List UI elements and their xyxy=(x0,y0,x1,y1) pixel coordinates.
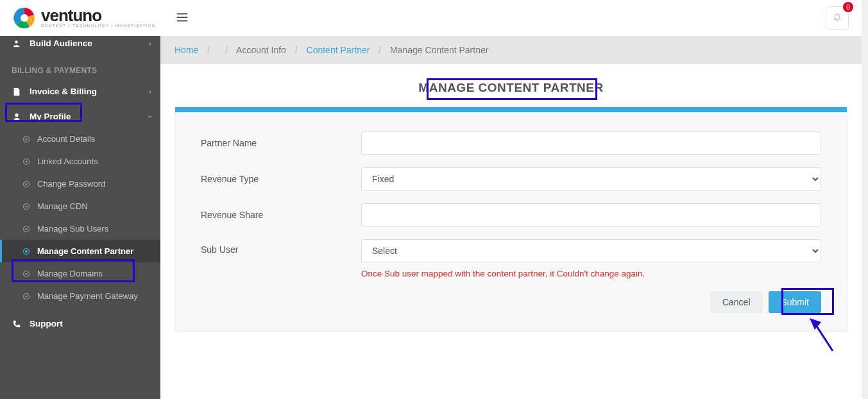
bell-icon xyxy=(832,13,842,23)
bullet-icon xyxy=(22,292,31,301)
sidebar-sub-manage-domains[interactable]: Manage Domains xyxy=(0,262,160,285)
sidebar-sub-linked-accounts[interactable]: Linked Accounts xyxy=(0,150,160,173)
sidebar-sub-change-password[interactable]: Change Password xyxy=(0,173,160,195)
sidebar-label: Invoice & Billing xyxy=(30,87,97,96)
phone-icon xyxy=(12,319,22,328)
breadcrumb-separator: / xyxy=(225,45,228,55)
sidebar-label: Account Details xyxy=(37,134,95,144)
svg-point-11 xyxy=(26,228,28,230)
sidebar-section-billing: BILLING & PAYMENTS xyxy=(0,55,160,80)
sidebar-sub-account-details[interactable]: Account Details xyxy=(0,128,160,150)
notifications-button[interactable]: 0 xyxy=(826,6,849,30)
label-partner-name: Partner Name xyxy=(201,138,361,148)
svg-point-17 xyxy=(26,295,28,297)
sidebar-label: Build Audience xyxy=(30,38,92,48)
header: ventuno CONTENT • TECHNOLOGY • MONETIZAT… xyxy=(0,0,868,36)
svg-point-13 xyxy=(26,250,28,252)
bullet-icon xyxy=(22,157,31,166)
revenue-share-input[interactable] xyxy=(361,203,821,226)
submit-button[interactable]: Submit xyxy=(769,291,821,313)
panel-accent-bar xyxy=(175,107,847,112)
label-revenue-share: Revenue Share xyxy=(201,210,361,220)
menu-toggle-button[interactable] xyxy=(175,10,189,26)
content-area: Home / / Account Info / Content Partner … xyxy=(160,36,862,399)
svg-point-7 xyxy=(26,183,28,185)
sub-user-help-text: Once Sub user mapped with the content pa… xyxy=(361,269,821,278)
sidebar-sub-manage-cdn[interactable]: Manage CDN xyxy=(0,195,160,217)
cancel-button[interactable]: Cancel xyxy=(710,291,763,313)
svg-point-15 xyxy=(26,273,28,275)
sidebar-label: Manage CDN xyxy=(37,201,88,211)
logo-text: ventuno CONTENT • TECHNOLOGY • MONETIZAT… xyxy=(41,8,156,27)
svg-point-5 xyxy=(26,160,28,162)
users-icon xyxy=(12,39,22,48)
breadcrumb-home[interactable]: Home xyxy=(174,45,198,55)
svg-point-1 xyxy=(21,14,28,22)
hamburger-icon xyxy=(175,10,189,24)
chevron-down-icon: › xyxy=(146,115,155,118)
sidebar-label: Manage Content Partner xyxy=(37,246,133,256)
partner-name-input[interactable] xyxy=(361,132,821,155)
sidebar: Build Audience › BILLING & PAYMENTS Invo… xyxy=(0,36,160,399)
sidebar-label: Linked Accounts xyxy=(37,157,98,166)
scrollbar[interactable] xyxy=(862,0,868,399)
chevron-right-icon: › xyxy=(149,87,151,96)
breadcrumb-content-partner[interactable]: Content Partner xyxy=(307,45,370,55)
bullet-icon xyxy=(22,225,31,233)
brand-tagline: CONTENT • TECHNOLOGY • MONETIZATION xyxy=(41,24,156,28)
sidebar-sub-manage-sub-users[interactable]: Manage Sub Users xyxy=(0,217,160,240)
sidebar-sub-manage-content-partner[interactable]: Manage Content Partner xyxy=(0,240,160,262)
sidebar-label: Manage Sub Users xyxy=(37,224,108,233)
breadcrumb-separator: / xyxy=(295,45,298,55)
document-icon xyxy=(12,87,22,96)
breadcrumb-account-info: Account Info xyxy=(236,45,286,55)
sidebar-item-my-profile[interactable]: My Profile › xyxy=(0,105,160,128)
sidebar-label: Manage Payment Gateway xyxy=(37,291,138,301)
sidebar-label: Change Password xyxy=(37,179,105,189)
brand-name: ventuno xyxy=(41,8,156,23)
label-revenue-type: Revenue Type xyxy=(201,174,361,184)
svg-point-3 xyxy=(26,138,28,140)
bullet-icon xyxy=(22,247,31,256)
breadcrumb-separator: / xyxy=(379,45,381,55)
bullet-icon xyxy=(22,180,31,189)
svg-point-9 xyxy=(26,205,28,207)
notification-badge: 0 xyxy=(843,2,853,12)
sidebar-item-support[interactable]: Support xyxy=(0,312,160,335)
label-sub-user: Sub User xyxy=(201,239,361,255)
sidebar-item-build-audience[interactable]: Build Audience › xyxy=(0,36,160,55)
breadcrumb-separator: / xyxy=(207,45,210,55)
sidebar-sub-manage-payment-gateway[interactable]: Manage Payment Gateway xyxy=(0,285,160,307)
bullet-icon xyxy=(22,269,31,278)
logo[interactable]: ventuno CONTENT • TECHNOLOGY • MONETIZAT… xyxy=(13,6,156,30)
chevron-right-icon: › xyxy=(149,39,151,48)
sidebar-label: My Profile xyxy=(30,112,71,121)
sidebar-item-invoice-billing[interactable]: Invoice & Billing › xyxy=(0,80,160,103)
page-title: MANAGE CONTENT PARTNER xyxy=(412,77,609,99)
bullet-icon xyxy=(22,135,31,144)
revenue-type-select[interactable]: Fixed xyxy=(361,167,821,191)
breadcrumb: Home / / Account Info / Content Partner … xyxy=(160,36,862,64)
sidebar-label: Support xyxy=(30,319,63,328)
sub-user-select[interactable]: Select xyxy=(361,239,821,262)
user-icon xyxy=(12,112,22,121)
logo-mark-icon xyxy=(13,6,36,30)
form-panel: Partner Name Revenue Type Fixed Revenue … xyxy=(174,106,847,332)
sidebar-label: Manage Domains xyxy=(37,269,103,278)
bullet-icon xyxy=(22,202,31,211)
breadcrumb-current: Manage Content Partner xyxy=(390,45,488,55)
